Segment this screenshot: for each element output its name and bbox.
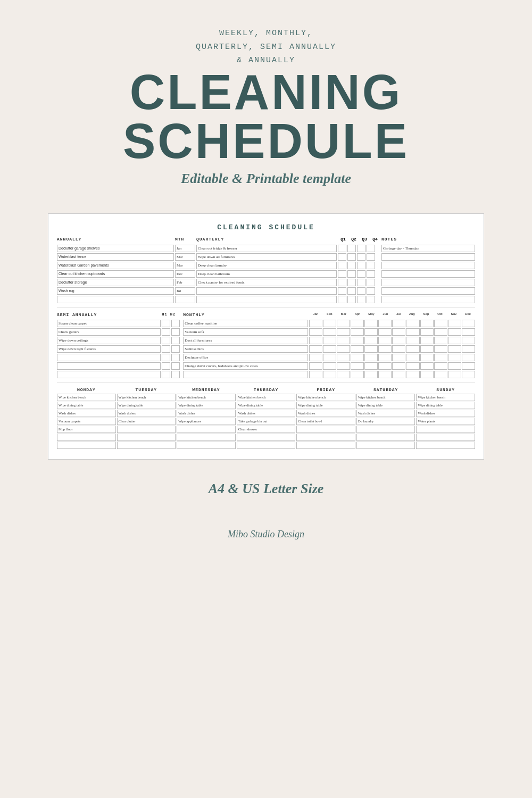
h-checkbox[interactable] — [171, 345, 180, 353]
q-checkbox[interactable] — [347, 287, 356, 295]
semi-task-cell[interactable]: Wipe down light fixtures — [57, 345, 161, 353]
q-checkbox[interactable] — [347, 245, 356, 252]
weekly-task-cell[interactable] — [416, 434, 475, 441]
month-checkbox[interactable] — [378, 328, 392, 336]
weekly-task-cell[interactable] — [296, 426, 355, 433]
notes-cell[interactable] — [381, 287, 475, 295]
month-checkbox[interactable] — [309, 345, 322, 353]
weekly-task-cell[interactable]: Wipe dining table — [117, 402, 176, 409]
month-checkbox[interactable] — [406, 328, 419, 336]
notes-cell[interactable] — [381, 296, 475, 303]
q-checkbox[interactable] — [367, 245, 375, 252]
month-checkbox[interactable] — [392, 345, 405, 353]
quarterly-task-cell[interactable]: Wipe down all furnitures — [196, 253, 337, 261]
annually-task-cell[interactable]: Wash rug — [57, 287, 174, 295]
month-checkbox[interactable] — [364, 362, 378, 370]
month-checkbox[interactable] — [337, 371, 350, 378]
month-checkbox[interactable] — [364, 320, 378, 327]
month-checkbox[interactable] — [420, 328, 434, 336]
month-checkbox[interactable] — [337, 362, 350, 370]
weekly-task-cell[interactable]: Take garbage bin out — [237, 418, 296, 425]
month-checkbox[interactable] — [406, 320, 419, 327]
month-checkbox[interactable] — [364, 337, 378, 344]
quarterly-task-cell[interactable]: Deep clean laundry — [196, 262, 337, 269]
month-checkbox[interactable] — [351, 371, 364, 378]
month-checkbox[interactable] — [406, 354, 419, 361]
month-checkbox[interactable] — [434, 328, 447, 336]
month-checkbox[interactable] — [309, 328, 322, 336]
q-checkbox[interactable] — [338, 253, 346, 261]
q-checkbox[interactable] — [357, 253, 365, 261]
semi-task-cell[interactable] — [57, 362, 161, 370]
month-checkbox[interactable] — [309, 337, 322, 344]
monthly-task-cell[interactable]: Sanitise bins — [183, 345, 307, 353]
h-checkbox[interactable] — [171, 371, 180, 378]
month-checkbox[interactable] — [448, 362, 461, 370]
weekly-task-cell[interactable] — [117, 442, 176, 449]
month-checkbox[interactable] — [392, 371, 405, 378]
h-checkbox[interactable] — [171, 354, 180, 361]
annually-mth-cell[interactable]: Mar — [175, 262, 195, 269]
month-checkbox[interactable] — [337, 345, 350, 353]
weekly-task-cell[interactable] — [57, 434, 116, 441]
month-checkbox[interactable] — [378, 345, 392, 353]
month-checkbox[interactable] — [462, 320, 475, 327]
q-checkbox[interactable] — [338, 296, 346, 303]
month-checkbox[interactable] — [378, 320, 392, 327]
weekly-task-cell[interactable] — [177, 426, 236, 433]
h-checkbox[interactable] — [162, 354, 170, 361]
month-checkbox[interactable] — [462, 328, 475, 336]
month-checkbox[interactable] — [434, 362, 447, 370]
month-checkbox[interactable] — [406, 362, 419, 370]
h-checkbox[interactable] — [162, 328, 170, 336]
weekly-task-cell[interactable] — [296, 442, 355, 449]
weekly-task-cell[interactable] — [117, 426, 176, 433]
annually-mth-cell[interactable]: Feb — [175, 279, 195, 286]
annually-task-cell[interactable]: Waterblast fence — [57, 253, 174, 261]
month-checkbox[interactable] — [323, 362, 336, 370]
weekly-task-cell[interactable]: Wipe kitchen bench — [237, 394, 296, 401]
q-checkbox[interactable] — [338, 279, 346, 286]
weekly-task-cell[interactable]: Wash dishes — [416, 410, 475, 417]
q-checkbox[interactable] — [347, 296, 356, 303]
month-checkbox[interactable] — [448, 320, 461, 327]
month-checkbox[interactable] — [337, 354, 350, 361]
quarterly-task-cell[interactable] — [196, 296, 337, 303]
month-checkbox[interactable] — [364, 371, 378, 378]
month-checkbox[interactable] — [351, 345, 364, 353]
month-checkbox[interactable] — [337, 328, 350, 336]
weekly-task-cell[interactable]: Vacuum carpets — [57, 418, 116, 425]
weekly-task-cell[interactable]: Clean toilet bowl — [296, 418, 355, 425]
weekly-task-cell[interactable]: Wipe dining table — [416, 402, 475, 409]
weekly-task-cell[interactable] — [177, 442, 236, 449]
q-checkbox[interactable] — [338, 262, 346, 269]
weekly-task-cell[interactable]: Wash dishes — [117, 410, 176, 417]
month-checkbox[interactable] — [351, 320, 364, 327]
month-checkbox[interactable] — [378, 362, 392, 370]
weekly-task-cell[interactable] — [57, 442, 116, 449]
weekly-task-cell[interactable]: Wipe kitchen bench — [117, 394, 176, 401]
q-checkbox[interactable] — [367, 270, 375, 278]
month-checkbox[interactable] — [309, 320, 322, 327]
weekly-task-cell[interactable] — [356, 434, 415, 441]
month-checkbox[interactable] — [364, 328, 378, 336]
h-checkbox[interactable] — [162, 345, 170, 353]
q-checkbox[interactable] — [347, 262, 356, 269]
annually-mth-cell[interactable]: Mar — [175, 253, 195, 261]
notes-cell[interactable] — [381, 279, 475, 286]
quarterly-task-cell[interactable] — [196, 287, 337, 295]
q-checkbox[interactable] — [357, 287, 365, 295]
weekly-task-cell[interactable]: Wipe dining table — [57, 402, 116, 409]
weekly-task-cell[interactable] — [416, 426, 475, 433]
weekly-task-cell[interactable]: Do laundry — [356, 418, 415, 425]
monthly-task-cell[interactable]: Clean coffee machine — [183, 320, 307, 327]
weekly-task-cell[interactable] — [177, 434, 236, 441]
semi-task-cell[interactable]: Check gutters — [57, 328, 161, 336]
weekly-task-cell[interactable]: Wipe kitchen bench — [57, 394, 116, 401]
month-checkbox[interactable] — [420, 362, 434, 370]
month-checkbox[interactable] — [323, 371, 336, 378]
month-checkbox[interactable] — [351, 328, 364, 336]
weekly-task-cell[interactable]: Wipe dining table — [296, 402, 355, 409]
month-checkbox[interactable] — [309, 362, 322, 370]
q-checkbox[interactable] — [338, 245, 346, 252]
